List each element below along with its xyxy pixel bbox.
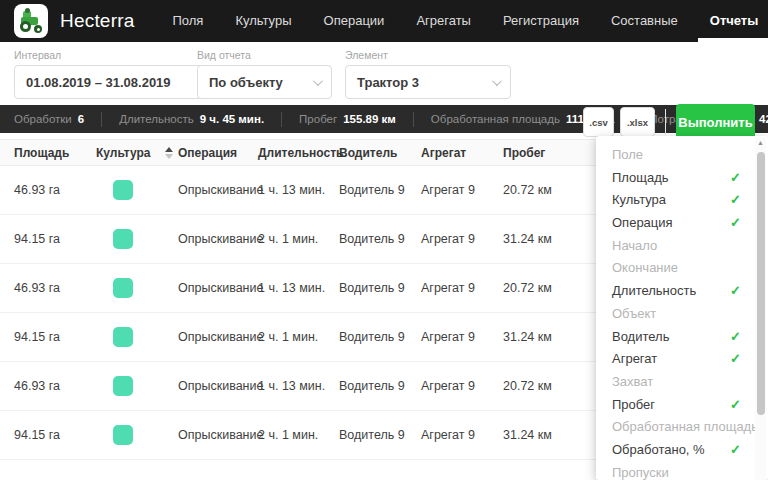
cell-driver: Водитель 9: [339, 330, 421, 344]
column-option-label: Культура: [612, 192, 666, 207]
run-report-button[interactable]: Выполнить: [676, 104, 755, 140]
cell-operation: Опрыскивание: [178, 330, 258, 344]
stat-label: Обработки: [14, 113, 72, 125]
column-option-label: Окончание: [612, 260, 678, 275]
cell-driver: Водитель 9: [339, 281, 421, 295]
column-header-label: Операция: [178, 146, 237, 160]
column-list: ПолеПлощадь✓Культура✓Операция✓НачалоОкон…: [596, 144, 768, 480]
chevron-down-icon: [313, 76, 323, 86]
column-option-3[interactable]: Операция✓: [596, 212, 768, 235]
column-header-label: Длительность: [258, 146, 343, 160]
column-option-10[interactable]: Захват: [596, 371, 768, 394]
cell-driver: Водитель 9: [339, 183, 421, 197]
report-type-value: По объекту: [209, 75, 283, 90]
column-header-1[interactable]: Культура: [96, 146, 178, 160]
nav-item-3[interactable]: Агрегаты: [400, 0, 487, 42]
column-option-4[interactable]: Начало: [596, 235, 768, 258]
report-type-select[interactable]: По объекту: [197, 65, 332, 99]
nav-menu: ПоляКультурыОперацииАгрегатыРегистрацияС…: [156, 0, 768, 42]
column-header-0[interactable]: Площадь: [14, 146, 96, 160]
column-option-9[interactable]: Агрегат✓: [596, 348, 768, 371]
stat-item-0: Обработки6: [14, 112, 101, 127]
cell-area: 94.15 га: [14, 232, 96, 246]
cell-operation: Опрыскивание: [178, 183, 258, 197]
column-header-label: Пробег: [503, 146, 545, 160]
sort-asc-icon[interactable]: [165, 147, 173, 159]
column-option-13[interactable]: Обработано, %✓: [596, 439, 768, 462]
cell-culture: [96, 327, 178, 347]
stat-value: 42.15 л: [759, 113, 768, 125]
panel-scrollbar[interactable]: ▲: [755, 137, 766, 480]
cell-implement: Агрегат 9: [421, 232, 503, 246]
filter-bar: Интервал 01.08.2019 – 31.08.2019 Вид отч…: [0, 42, 768, 105]
nav-item-4[interactable]: Регистрация: [487, 0, 595, 42]
culture-swatch: [113, 376, 133, 396]
column-option-label: Обработано, %: [612, 442, 705, 457]
column-header-5[interactable]: Агрегат: [421, 146, 503, 160]
report-type-filter: Вид отчета По объекту: [197, 49, 332, 99]
check-icon: ✓: [730, 189, 741, 212]
culture-swatch: [113, 327, 133, 347]
column-option-0[interactable]: Поле: [596, 144, 768, 167]
column-option-5[interactable]: Окончание: [596, 257, 768, 280]
check-icon: ✓: [730, 348, 741, 371]
column-header-2[interactable]: Операция: [178, 146, 258, 160]
cell-implement: Агрегат 9: [421, 281, 503, 295]
column-option-label: Агрегат: [612, 351, 657, 366]
column-option-2[interactable]: Культура✓: [596, 189, 768, 212]
stat-label: Обработанная площадь: [431, 113, 560, 125]
cell-duration: 2 ч. 1 мин.: [258, 330, 339, 344]
nav-item-6[interactable]: Отчеты: [694, 0, 768, 42]
column-option-label: Операция: [612, 215, 673, 230]
cell-area: 94.15 га: [14, 330, 96, 344]
column-header-4[interactable]: Водитель: [339, 146, 421, 160]
cell-culture: [96, 180, 178, 200]
column-option-label: Площадь: [612, 170, 669, 185]
nav-item-0[interactable]: Поля: [156, 0, 219, 42]
column-option-12[interactable]: Обработанная площадь: [596, 416, 768, 439]
top-nav: Hecterra ПоляКультурыОперацииАгрегатыРег…: [0, 0, 768, 42]
column-header-label: Культура: [96, 146, 150, 160]
column-option-label: Начало: [612, 238, 657, 253]
element-value: Трактор 3: [357, 75, 419, 90]
nav-item-5[interactable]: Составные: [595, 0, 694, 42]
column-header-3[interactable]: Длительность: [258, 146, 339, 160]
column-option-7[interactable]: Объект: [596, 303, 768, 326]
nav-item-1[interactable]: Культуры: [219, 0, 307, 42]
column-option-6[interactable]: Длительность✓: [596, 280, 768, 303]
column-option-label: Захват: [612, 374, 653, 389]
scrollbar-thumb[interactable]: [757, 152, 765, 415]
app-logo[interactable]: [14, 4, 48, 38]
cell-duration: 2 ч. 1 мин.: [258, 232, 339, 246]
sort-up-arrow: [165, 147, 173, 152]
cell-culture: [96, 376, 178, 396]
element-label: Элемент: [345, 49, 511, 61]
export-xlsx-button[interactable]: .xlsx: [620, 107, 655, 137]
stat-label: Пробег: [299, 113, 337, 125]
cell-culture: [96, 425, 178, 445]
column-option-8[interactable]: Водитель✓: [596, 326, 768, 349]
culture-swatch: [113, 180, 133, 200]
cell-driver: Водитель 9: [339, 428, 421, 442]
scroll-up-icon[interactable]: ▲: [755, 137, 766, 149]
column-header-label: Водитель: [339, 146, 397, 160]
cell-implement: Агрегат 9: [421, 428, 503, 442]
cell-implement: Агрегат 9: [421, 379, 503, 393]
column-option-11[interactable]: Пробег✓: [596, 394, 768, 417]
column-option-1[interactable]: Площадь✓: [596, 167, 768, 190]
column-option-label: Водитель: [612, 329, 669, 344]
stat-item-2: Пробег155.89 км: [281, 112, 413, 127]
cell-implement: Агрегат 9: [421, 330, 503, 344]
element-select[interactable]: Трактор 3: [345, 65, 511, 99]
culture-swatch: [113, 425, 133, 445]
stat-value: 6: [78, 113, 84, 125]
cell-operation: Опрыскивание: [178, 281, 258, 295]
export-csv-button[interactable]: .csv: [583, 107, 614, 137]
column-option-14[interactable]: Пропуски: [596, 462, 768, 480]
cell-duration: 1 ч. 13 мин.: [258, 183, 339, 197]
nav-item-2[interactable]: Операции: [308, 0, 401, 42]
column-option-label: Поле: [612, 147, 643, 162]
column-option-label: Пропуски: [612, 465, 669, 480]
cell-implement: Агрегат 9: [421, 183, 503, 197]
chevron-down-icon: [492, 76, 502, 86]
